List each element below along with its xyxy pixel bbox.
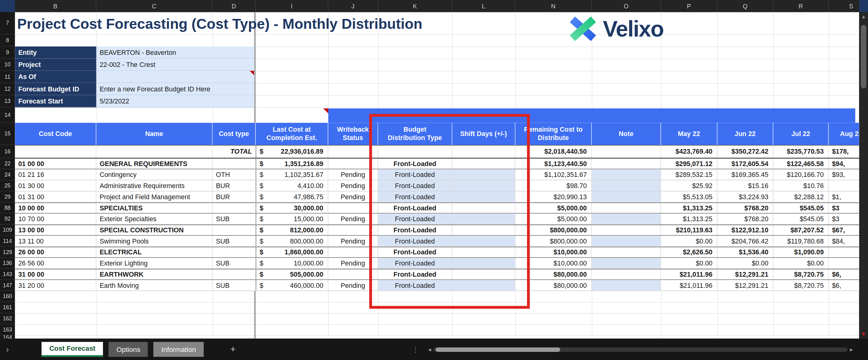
row-number-12[interactable]: 12 bbox=[0, 83, 15, 95]
last-cost-cell[interactable]: $1,860,000.00 bbox=[256, 247, 328, 257]
sheet-grid[interactable]: Project Cost Forecasting (Cost Type) - M… bbox=[15, 12, 859, 339]
distribution-type-cell[interactable]: Front-Loaded bbox=[378, 269, 452, 280]
column-header-11[interactable]: Jul 22 bbox=[773, 123, 829, 145]
distribution-type-cell[interactable]: Front-Loaded bbox=[378, 247, 452, 257]
column-letter-R[interactable]: R bbox=[773, 0, 829, 12]
cost-row-25[interactable]: 01 30 00Administrative RequirementsBUR$4… bbox=[15, 180, 859, 192]
column-letter-D[interactable]: D bbox=[213, 0, 256, 12]
cost-row-114[interactable]: 13 11 00Swimming PoolsSUB$800,000.00Pend… bbox=[15, 236, 859, 247]
shift-days-cell[interactable] bbox=[452, 192, 516, 202]
row-number-129[interactable]: 129 bbox=[0, 247, 15, 258]
column-letter-S[interactable]: S bbox=[829, 0, 859, 12]
cost-row-136[interactable]: 26 56 00Exterior LightingSUB$10,000.00Pe… bbox=[15, 258, 859, 269]
cost-row-129[interactable]: 26 00 00ELECTRICAL$1,860,000.00Front-Loa… bbox=[15, 247, 859, 258]
vertical-scrollbar-thumb[interactable] bbox=[861, 25, 866, 88]
shift-days-cell[interactable] bbox=[452, 225, 516, 235]
column-header-4[interactable]: Writeback Status bbox=[328, 123, 378, 145]
row-number-114[interactable]: 114 bbox=[0, 236, 15, 247]
total-last-cost[interactable]: $22,936,016.89 bbox=[256, 145, 328, 158]
row-number-160[interactable]: 160 bbox=[0, 291, 15, 302]
last-cost-cell[interactable]: $47,986.75 bbox=[256, 192, 328, 202]
distribution-type-cell[interactable]: Front-Loaded bbox=[378, 180, 452, 191]
row-number-13[interactable]: 13 bbox=[0, 95, 15, 107]
row-number-8[interactable]: 8 bbox=[0, 34, 15, 46]
note-cell[interactable] bbox=[592, 214, 661, 224]
row-number-161[interactable]: 161 bbox=[0, 302, 15, 313]
note-cell[interactable] bbox=[592, 203, 661, 213]
row-number-147[interactable]: 147 bbox=[0, 280, 15, 291]
row-number-143[interactable]: 143 bbox=[0, 269, 15, 280]
shift-days-cell[interactable] bbox=[452, 280, 516, 291]
row-number-29[interactable]: 29 bbox=[0, 192, 15, 203]
scroll-right-arrow-icon[interactable]: ► bbox=[847, 347, 855, 352]
row-number-14[interactable]: 14 bbox=[0, 107, 15, 123]
scroll-left-arrow-icon[interactable]: ◄ bbox=[426, 347, 433, 352]
cost-row-92[interactable]: 10 70 00Exterior SpecialtiesSUB$15,000.0… bbox=[15, 214, 859, 225]
column-header-6[interactable]: Shift Days (+/-) bbox=[452, 123, 516, 145]
horizontal-scrollbar-track[interactable] bbox=[433, 347, 847, 352]
row-number-22[interactable]: 22 bbox=[0, 158, 15, 169]
tab-scroll-arrow-icon[interactable]: › bbox=[0, 345, 15, 354]
column-letter-Q[interactable]: Q bbox=[717, 0, 773, 12]
distribution-type-cell[interactable]: Front-Loaded bbox=[378, 236, 452, 246]
row-number-136[interactable]: 136 bbox=[0, 258, 15, 269]
scroll-down-arrow-icon[interactable]: ▼ bbox=[859, 331, 868, 337]
column-header-0[interactable]: Cost Code bbox=[15, 123, 96, 145]
row-number-162[interactable]: 162 bbox=[0, 313, 15, 324]
note-cell[interactable] bbox=[592, 225, 661, 235]
last-cost-cell[interactable]: $460,000.00 bbox=[256, 280, 328, 291]
column-header-10[interactable]: Jun 22 bbox=[717, 123, 773, 145]
cost-row-88[interactable]: 10 00 00SPECIALTIES$30,000.00Front-Loade… bbox=[15, 203, 859, 214]
tab-cost-forecast[interactable]: Cost Forecast bbox=[41, 342, 103, 357]
distribution-type-cell[interactable]: Front-Loaded bbox=[378, 203, 452, 213]
row-number-9[interactable]: 9 bbox=[0, 46, 15, 59]
distribution-type-cell[interactable]: Front-Loaded bbox=[378, 214, 452, 224]
column-letter-O[interactable]: O bbox=[592, 0, 661, 12]
column-letter-N[interactable]: N bbox=[515, 0, 591, 12]
note-cell[interactable] bbox=[592, 159, 661, 168]
info-value-forecast-budget-id[interactable]: Enter a new Forecast Budget ID Here bbox=[96, 83, 254, 95]
distribution-type-cell[interactable]: Front-Loaded bbox=[378, 192, 452, 202]
scroll-up-arrow-icon[interactable]: ▲ bbox=[859, 12, 868, 21]
info-label-as-of[interactable]: As Of bbox=[15, 71, 96, 83]
row-number-15[interactable]: 15 bbox=[0, 123, 15, 145]
info-label-forecast-budget-id[interactable]: Forecast Budget ID bbox=[15, 83, 96, 95]
last-cost-cell[interactable]: $505,000.00 bbox=[256, 269, 328, 280]
last-cost-cell[interactable]: $30,000.00 bbox=[256, 203, 328, 213]
cost-row-143[interactable]: 31 00 00EARTHWORK$505,000.00Front-Loaded… bbox=[15, 269, 859, 280]
row-number-10[interactable]: 10 bbox=[0, 59, 15, 71]
last-cost-cell[interactable]: $1,351,216.89 bbox=[256, 159, 328, 168]
add-sheet-button[interactable]: + bbox=[230, 344, 236, 355]
monthly-distribution-band[interactable] bbox=[328, 108, 855, 123]
tab-splitter-icon[interactable]: ⋮ bbox=[412, 345, 419, 354]
column-letter-J[interactable]: J bbox=[328, 0, 378, 12]
last-cost-cell[interactable]: $10,000.00 bbox=[256, 258, 328, 268]
row-number-16[interactable]: 16 bbox=[0, 145, 15, 158]
cost-row-24[interactable]: 01 21 16ContingencyOTH$1,102,351.67Pendi… bbox=[15, 169, 859, 180]
column-letter-B[interactable]: B bbox=[15, 0, 96, 12]
shift-days-cell[interactable] bbox=[452, 159, 516, 168]
cost-row-29[interactable]: 01 31 00Project and Field ManagementBUR$… bbox=[15, 192, 859, 203]
info-label-entity[interactable]: Entity bbox=[15, 46, 96, 59]
info-label-forecast-start[interactable]: Forecast Start bbox=[15, 95, 96, 107]
shift-days-cell[interactable] bbox=[452, 180, 516, 191]
distribution-type-cell[interactable]: Front-Loaded bbox=[378, 169, 452, 180]
note-cell[interactable] bbox=[592, 258, 661, 268]
row-number-88[interactable]: 88 bbox=[0, 203, 15, 214]
column-header-8[interactable]: Note bbox=[592, 123, 661, 145]
shift-days-cell[interactable] bbox=[452, 247, 516, 257]
note-cell[interactable] bbox=[592, 180, 661, 191]
column-header-7[interactable]: Remaining Cost to Distribute bbox=[515, 123, 591, 145]
note-cell[interactable] bbox=[592, 247, 661, 257]
column-letter-C[interactable]: C bbox=[96, 0, 213, 12]
column-header-5[interactable]: Budget Distribution Type bbox=[378, 123, 452, 145]
column-header-12[interactable]: Aug 22 bbox=[829, 123, 859, 145]
column-letter-L[interactable]: L bbox=[452, 0, 516, 12]
column-header-1[interactable]: Name bbox=[96, 123, 213, 145]
shift-days-cell[interactable] bbox=[452, 203, 516, 213]
note-cell[interactable] bbox=[592, 169, 661, 180]
row-number-164[interactable]: 164 bbox=[0, 335, 15, 339]
total-row[interactable]: TOTAL$22,936,016.89$2,018,440.50$423,769… bbox=[15, 145, 859, 158]
select-all-corner[interactable] bbox=[0, 0, 15, 12]
info-label-project[interactable]: Project bbox=[15, 59, 96, 71]
